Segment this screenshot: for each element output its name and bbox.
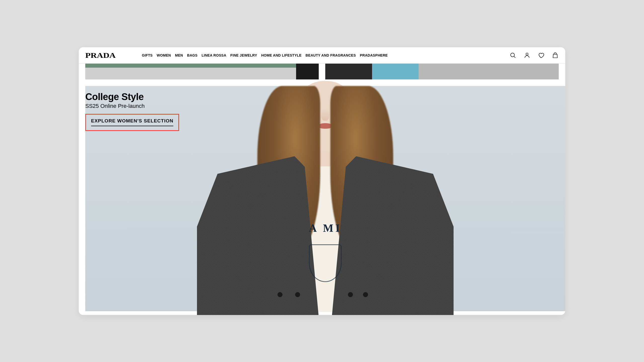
content-area: College Style SS25 Online Pre-launch EXP… xyxy=(79,64,565,315)
nav-beauty-fragrances[interactable]: BEAUTY AND FRAGRANCES xyxy=(306,53,356,57)
nav-linea-rossa[interactable]: LINEA ROSSA xyxy=(202,53,226,57)
svg-line-1 xyxy=(514,56,515,58)
nav-men[interactable]: MEN xyxy=(175,53,183,57)
blazer-button xyxy=(295,292,300,297)
cta-underline xyxy=(91,126,173,126)
blazer-button xyxy=(277,292,283,297)
blazer-button xyxy=(363,292,368,297)
brand-logo[interactable]: PRADA xyxy=(85,51,116,60)
nav-fine-jewelry[interactable]: FINE JEWELRY xyxy=(230,53,257,57)
bag-icon[interactable] xyxy=(552,52,559,59)
hero-model-image: A MI xyxy=(187,86,464,311)
browser-window: PRADA GIFTS WOMEN MEN BAGS LINEA ROSSA F… xyxy=(79,47,565,315)
wishlist-icon[interactable] xyxy=(538,52,545,59)
nav-utility-icons xyxy=(509,52,559,59)
nav-gifts[interactable]: GIFTS xyxy=(142,53,153,57)
svg-point-2 xyxy=(526,53,528,55)
nav-bags[interactable]: BAGS xyxy=(187,53,197,57)
cta-highlight-box: EXPLORE WOMEN'S SELECTION xyxy=(85,114,179,131)
previous-section-strip xyxy=(79,64,565,79)
main-navigation: PRADA GIFTS WOMEN MEN BAGS LINEA ROSSA F… xyxy=(79,47,565,64)
nav-women[interactable]: WOMEN xyxy=(157,53,171,57)
nav-home-lifestyle[interactable]: HOME AND LIFESTYLE xyxy=(261,53,301,57)
search-icon[interactable] xyxy=(509,52,516,59)
hero-text-block: College Style SS25 Online Pre-launch EXP… xyxy=(85,92,179,131)
hero-section: College Style SS25 Online Pre-launch EXP… xyxy=(85,86,565,311)
hero-title: College Style xyxy=(85,92,179,102)
model-nose xyxy=(321,109,329,121)
strip-image-left xyxy=(85,64,319,79)
hero-subtitle: SS25 Online Pre-launch xyxy=(85,103,179,109)
shirt-graphic-text: A MI xyxy=(309,222,342,235)
account-icon[interactable] xyxy=(524,52,531,59)
strip-image-right xyxy=(325,64,559,79)
explore-womens-selection-link[interactable]: EXPLORE WOMEN'S SELECTION xyxy=(91,118,173,124)
blazer-button xyxy=(348,292,353,297)
nav-pradasphere[interactable]: PRADASPHERE xyxy=(360,53,388,57)
shirt-crest-graphic xyxy=(309,244,342,282)
svg-point-0 xyxy=(511,53,514,57)
nav-links: GIFTS WOMEN MEN BAGS LINEA ROSSA FINE JE… xyxy=(142,53,388,57)
